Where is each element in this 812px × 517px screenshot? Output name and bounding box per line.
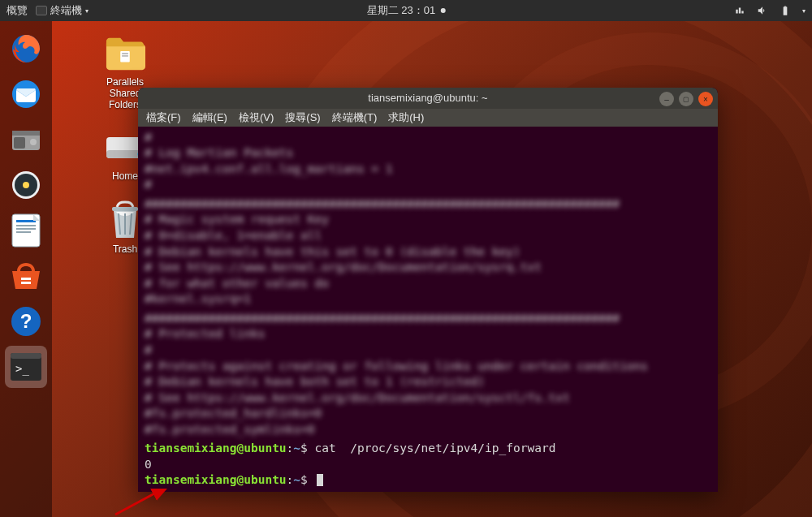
system-menu-caret-icon[interactable]: ▾ [802,7,806,15]
close-button[interactable]: × [698,92,713,106]
terminal-output-blurred: ########################################… [145,196,711,308]
thunderbird-icon [8,76,44,112]
firefox-icon [8,31,44,67]
svg-text:>_: >_ [15,362,29,376]
maximize-icon: ▢ [683,96,689,103]
prompt-sigil: $ [300,473,308,486]
svg-rect-13 [16,231,31,233]
panel-left: 概覽 終端機 ▾ [6,3,89,18]
activities-button[interactable]: 概覽 [6,3,28,18]
titlebar[interactable]: tiansemixiang@ubuntu: ~ – ▢ × [138,88,718,109]
svg-rect-4 [14,137,25,149]
svg-rect-11 [16,225,36,226]
menu-view[interactable]: 檢視(V) [239,110,274,125]
dock-software[interactable] [5,255,47,297]
svg-rect-14 [21,278,31,280]
window-title: tiansemixiang@ubuntu: ~ [368,92,487,104]
battery-icon[interactable] [780,5,791,16]
prompt-user: tiansemixiang@ubuntu [145,473,287,486]
panel-right: ▾ [734,5,806,16]
minimize-button[interactable]: – [659,92,674,106]
prompt-path: ~ [293,473,300,486]
sound-icon[interactable] [757,5,768,16]
dock-files[interactable] [5,118,47,161]
dock-rhythmbox[interactable] [5,164,47,206]
clock-text: 星期二 23：01 [367,3,436,18]
svg-rect-3 [12,131,40,136]
prompt-user: tiansemixiang@ubuntu [145,442,287,455]
terminal-output-blurred: ########################################… [145,311,711,438]
dock-writer[interactable] [5,209,47,252]
folder-icon [105,34,145,73]
terminal-window: tiansemixiang@ubuntu: ~ – ▢ × 檔案(F) 編輯(E… [138,88,718,492]
svg-rect-10 [16,220,36,222]
menu-help[interactable]: 求助(H) [388,110,424,125]
ubuntu-software-icon [8,258,44,294]
terminal-output-blurred: # # Log Martian Packets #net.ipv4.conf.a… [145,130,711,193]
prompt-sigil: $ [300,442,308,455]
menu-search[interactable]: 搜尋(S) [285,110,320,125]
dock-firefox[interactable] [5,28,47,70]
menu-edit[interactable]: 編輯(E) [192,110,227,125]
terminal-prompt-line: tiansemixiang@ubuntu:~$ cat /proc/sys/ne… [145,441,711,457]
files-icon [8,122,44,157]
help-icon: ? [8,304,44,339]
app-menu-label: 終端機 [50,3,82,18]
app-menu[interactable]: 終端機 ▾ [36,3,89,18]
chevron-down-icon: ▾ [85,7,89,15]
network-icon[interactable] [734,5,745,16]
prompt-path: ~ [293,442,300,455]
menu-terminal[interactable]: 終端機(T) [332,110,378,125]
svg-rect-27 [112,207,138,211]
dock: ? >_ [0,21,52,517]
terminal-mini-icon [36,6,47,15]
terminal-body[interactable]: # # Log Martian Packets #net.ipv4.conf.a… [138,127,718,492]
top-panel: 概覽 終端機 ▾ 星期二 23：01 ▾ [0,0,812,21]
svg-text:?: ? [20,310,32,332]
maximize-button[interactable]: ▢ [679,92,693,106]
terminal-icon: >_ [8,349,44,385]
dock-help[interactable]: ? [5,300,47,343]
rhythmbox-icon [8,167,44,203]
panel-clock[interactable]: 星期二 23：01 [367,3,446,18]
close-icon: × [703,95,708,104]
svg-point-8 [23,182,29,188]
svg-rect-15 [21,282,31,284]
svg-rect-19 [11,353,41,359]
svg-rect-22 [122,53,128,54]
libreoffice-writer-icon [8,213,44,248]
svg-rect-12 [16,228,36,230]
dock-terminal[interactable]: >_ [5,346,47,388]
dock-thunderbird[interactable] [5,73,47,115]
svg-point-5 [30,139,37,145]
window-controls: – ▢ × [659,92,713,106]
menu-file[interactable]: 檔案(F) [146,110,181,125]
terminal-output: 0 [145,457,711,473]
notification-dot-icon [440,8,445,13]
menubar: 檔案(F) 編輯(E) 檢視(V) 搜尋(S) 終端機(T) 求助(H) [138,109,718,127]
terminal-prompt-line: tiansemixiang@ubuntu:~$ [145,472,711,489]
svg-rect-23 [122,55,128,57]
minimize-icon: – [664,95,669,104]
cursor-icon [317,474,323,486]
terminal-command: cat /proc/sys/net/ipv4/ip_forward [315,442,556,455]
